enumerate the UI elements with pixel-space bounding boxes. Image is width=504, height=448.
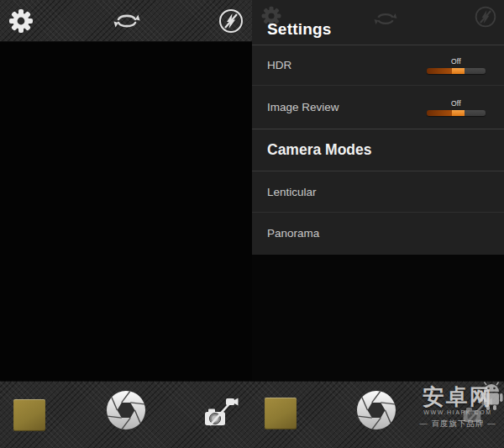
gallery-thumbnail-right[interactable] [265, 398, 297, 430]
shutter-button-right[interactable] [356, 390, 396, 430]
hdr-toggle-track [427, 68, 486, 74]
image-review-toggle[interactable]: Off [427, 99, 486, 116]
gear-icon [8, 8, 34, 34]
setting-row-hdr[interactable]: HDR Off [252, 45, 504, 86]
image-review-toggle-state: Off [437, 99, 475, 108]
settings-panel: Settings HDR Off Image Review Off Camera… [252, 0, 504, 255]
top-toolbar [0, 0, 252, 42]
hdr-label: HDR [267, 59, 291, 71]
mode-item-panorama[interactable]: Panorama [252, 213, 504, 254]
android-robot-icon [479, 381, 504, 411]
settings-button[interactable] [8, 8, 34, 34]
shutter-button[interactable] [106, 390, 146, 430]
image-review-toggle-track [427, 110, 486, 116]
flash-toggle-button[interactable] [218, 8, 244, 34]
gallery-thumbnail[interactable] [13, 399, 45, 431]
setting-row-image-review[interactable]: Image Review Off [252, 86, 504, 129]
watermark: 安卓网 WWW.HIAPK.COM — 百度旗下品牌 — [413, 382, 502, 446]
camera-modes-header: Camera Modes [252, 129, 504, 171]
watermark-tagline: — 百度旗下品牌 — [413, 419, 502, 430]
viewfinder[interactable] [0, 42, 252, 381]
image-review-label: Image Review [267, 101, 339, 113]
photo-video-switch-button[interactable] [202, 394, 239, 431]
hdr-toggle[interactable]: Off [427, 57, 486, 74]
panorama-label: Panorama [267, 227, 319, 240]
photo-video-switch-icon [202, 394, 239, 431]
hdr-toggle-state: Off [437, 57, 475, 66]
shutter-aperture-icon [106, 390, 146, 430]
ghost-flash-off-icon [474, 5, 497, 29]
lenticular-label: Lenticular [267, 186, 317, 198]
ghost-gear-icon [260, 5, 282, 27]
flash-off-icon [218, 8, 244, 34]
flip-camera-icon [113, 12, 141, 30]
mode-item-lenticular[interactable]: Lenticular [252, 171, 504, 213]
camera-app-screen: Settings HDR Off Image Review Off Camera… [0, 0, 504, 448]
shutter-aperture-icon [356, 390, 396, 430]
ghost-flip-camera-icon [373, 11, 398, 27]
flip-camera-button[interactable] [113, 12, 141, 30]
